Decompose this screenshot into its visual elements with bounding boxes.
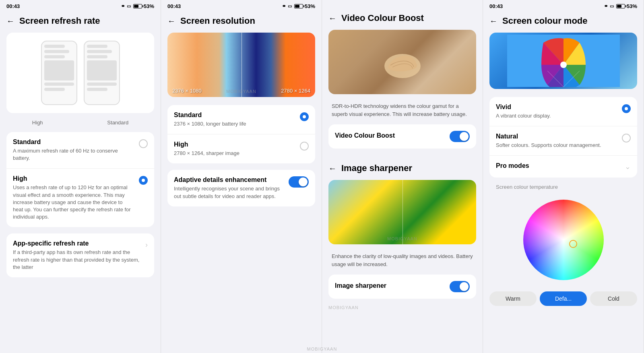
seashell-preview-image: MOBIGYAAN	[328, 30, 476, 94]
image-sharpener-title: Image sharpener	[341, 163, 412, 173]
signal-icon: ▭	[127, 4, 131, 9]
back-button-5[interactable]: ←	[489, 17, 497, 26]
radio-natural[interactable]	[622, 134, 631, 142]
colour-mode-natural[interactable]: Natural Softer colours. Supports colour …	[489, 126, 637, 156]
temp-buttons-group: Warm Defa... Cold	[483, 291, 644, 312]
temp-default-button[interactable]: Defa...	[540, 291, 587, 306]
sunflower-preview-image: MOBIGYAAN	[328, 180, 476, 244]
seashell-graphic	[378, 42, 427, 82]
resolution-high-sub: 2780 × 1264, sharper image	[174, 150, 295, 157]
adaptive-item[interactable]: Adaptive details enhancement Intelligent…	[167, 170, 315, 206]
chevron-right-icon: ›	[145, 241, 148, 249]
resolution-options: Standard 2376 × 1080, longer battery lif…	[167, 105, 315, 163]
res-label-high: 2780 × 1264	[281, 88, 310, 94]
resolution-high[interactable]: High 2780 × 1264, sharper image	[167, 134, 315, 163]
vivid-title: Vivid	[496, 103, 617, 111]
refresh-rate-options: Standard A maximum refresh rate of 60 Hz…	[6, 132, 154, 227]
status-icons-1: ⚭ ▭ 53%	[121, 3, 154, 9]
natural-text: Natural Softer colours. Supports colour …	[496, 133, 617, 149]
page-title-4: Screen colour mode	[502, 16, 588, 26]
image-sharpener-toggle-item[interactable]: Image sharpener	[328, 275, 476, 299]
colour-wheel-container[interactable]	[489, 195, 637, 285]
pro-text: Pro modes	[496, 162, 620, 171]
image-sharpener-toggle-card: Image sharpener	[328, 275, 476, 299]
mockup-bar	[44, 55, 65, 58]
wheel-indicator[interactable]	[569, 240, 577, 248]
back-button-1[interactable]: ←	[6, 17, 14, 26]
signal-icon-4: ▭	[610, 4, 614, 9]
temp-cold-button[interactable]: Cold	[590, 291, 637, 306]
resolution-preview-image: 2376 × 1080 2780 × 1264 MOBIGYAAN	[167, 33, 315, 97]
resolution-standard-title: Standard	[174, 111, 295, 119]
back-button-4[interactable]: ←	[328, 164, 336, 173]
label-high: High	[32, 120, 43, 126]
mockup-bar	[44, 88, 65, 91]
natural-desc: Softer colours. Supports colour manageme…	[496, 142, 617, 149]
adaptive-text: Adaptive details enhancement Intelligent…	[174, 176, 284, 200]
svg-point-2	[560, 62, 567, 68]
panel-screen-resolution: 00:43 ⚭ ▭ 53% ← Screen resolution 2376 ×…	[161, 0, 322, 353]
adaptive-desc: Intelligently recognises your scene and …	[174, 185, 284, 200]
bluetooth-icon: ⚭	[121, 3, 125, 9]
status-bar-2: 00:43 ⚭ ▭ 53%	[161, 0, 322, 11]
res-label-standard: 2376 × 1080	[167, 85, 206, 97]
mockup-bar	[87, 45, 108, 48]
battery-icon-2	[294, 4, 303, 8]
refresh-rate-preview	[6, 33, 154, 113]
app-specific-desc: If a third-party app has its own refresh…	[13, 249, 140, 271]
balloon-preview-image	[489, 33, 637, 89]
app-specific-title: App-specific refresh rate	[13, 240, 140, 247]
option-high[interactable]: High Uses a refresh rate of up to 120 Hz…	[6, 169, 154, 227]
back-button-3[interactable]: ←	[328, 14, 336, 23]
colour-mode-options: Vivid A vibrant colour display. Natural …	[489, 97, 637, 178]
mockup-square	[87, 60, 117, 81]
res-divider	[242, 33, 242, 97]
status-time-4: 00:43	[489, 3, 503, 9]
colour-mode-vivid[interactable]: Vivid A vibrant colour display.	[489, 97, 637, 126]
mockup-bar	[87, 88, 108, 91]
divider	[322, 152, 483, 158]
resolution-standard[interactable]: Standard 2376 × 1080, longer battery lif…	[167, 105, 315, 134]
resolution-standard-sub: 2376 × 1080, longer battery life	[174, 120, 295, 128]
mockup-bar	[44, 45, 65, 48]
colour-mode-pro[interactable]: Pro modes ⌄	[489, 156, 637, 178]
temp-section-label: Screen colour temperature	[483, 181, 644, 192]
video-colour-toggle[interactable]	[450, 131, 470, 142]
app-specific-refresh-rate[interactable]: App-specific refresh rate If a third-par…	[6, 233, 154, 277]
radio-high[interactable]	[139, 176, 148, 185]
status-time-1: 00:43	[6, 3, 20, 9]
page-title-1: Screen refresh rate	[19, 16, 100, 26]
option-high-title: High	[13, 175, 134, 182]
page-header-2: ← Screen resolution	[161, 11, 322, 29]
bluetooth-icon-2: ⚭	[282, 3, 286, 9]
radio-vivid[interactable]	[622, 104, 631, 113]
mockup-bar	[87, 55, 108, 58]
vivid-desc: A vibrant colour display.	[496, 112, 617, 120]
mockup-bar	[87, 50, 112, 53]
option-standard-desc: A maximum refresh rate of 60 Hz to conse…	[13, 147, 134, 162]
option-standard[interactable]: Standard A maximum refresh rate of 60 Hz…	[6, 132, 154, 169]
panel-screen-colour-mode: 00:43 ⚭ ▭ 53% ← Screen colour mode	[483, 0, 644, 353]
adaptive-toggle[interactable]	[289, 176, 309, 188]
radio-resolution-standard[interactable]	[300, 112, 309, 121]
page-header-1: ← Screen refresh rate	[0, 11, 161, 29]
signal-icon-2: ▭	[288, 4, 292, 9]
adaptive-title: Adaptive details enhancement	[174, 176, 284, 184]
battery-percent-4: 53%	[627, 3, 637, 9]
option-standard-title: Standard	[13, 138, 134, 146]
back-button-2[interactable]: ←	[167, 17, 175, 26]
video-colour-desc-container: SDR-to-HDR technology widens the colour …	[322, 97, 483, 121]
radio-standard[interactable]	[139, 139, 148, 148]
battery-percent-2: 53%	[305, 3, 315, 9]
colour-wheel[interactable]	[523, 200, 604, 280]
status-bar-3	[322, 0, 483, 8]
temp-warm-button[interactable]: Warm	[489, 291, 537, 306]
bluetooth-icon-4: ⚭	[604, 3, 608, 9]
battery-icon-1	[133, 4, 142, 8]
video-colour-toggle-item[interactable]: Video Colour Boost	[328, 124, 476, 149]
page-header-4: ← Screen colour mode	[483, 11, 644, 29]
radio-resolution-high[interactable]	[300, 142, 309, 151]
label-standard: Standard	[107, 120, 128, 126]
sunflower-divider	[402, 180, 403, 244]
image-sharpener-toggle[interactable]	[450, 281, 470, 292]
